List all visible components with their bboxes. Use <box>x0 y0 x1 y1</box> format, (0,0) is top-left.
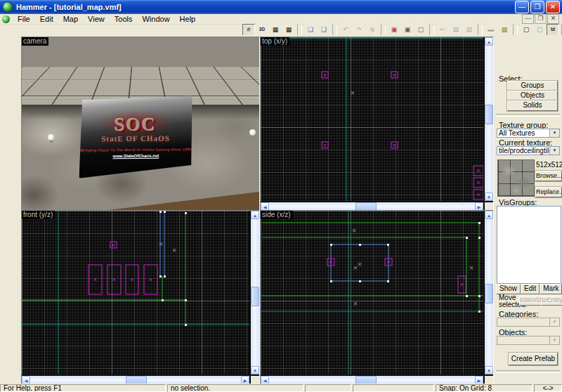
title-bar: Hammer - [tutorial_map.vmf] ― ❐ ✕ <box>0 0 562 14</box>
camera-3d-scene[interactable]: SOC StatE OF CHaOS Bringing Chaos To The… <box>22 37 259 211</box>
objects-button[interactable]: Objects <box>507 91 558 101</box>
browse-button[interactable]: Browse... <box>535 171 562 181</box>
svg-text:×: × <box>460 281 464 288</box>
side-grid-canvas[interactable]: ×××××××× <box>261 211 483 374</box>
svg-text:×: × <box>393 142 396 149</box>
scroll-up-icon[interactable]: ▲ <box>485 37 493 46</box>
top-vertical-scrollbar[interactable]: ▲ ▼ <box>485 37 493 201</box>
minimize-button[interactable]: ― <box>515 1 529 13</box>
copy-button[interactable]: ▤ <box>450 24 462 36</box>
chevron-down-icon[interactable]: ▼ <box>549 129 559 137</box>
main-toolbar: #3D▦▦❏❏↶↷ig▣▣▢✂▤▥▬▨▢▢td◆◆DDDWDR≫◉ <box>242 24 562 36</box>
cut-button[interactable]: ✂ <box>436 24 449 36</box>
toolbar-separator <box>332 25 337 35</box>
current-texture-value: tile/prodceilingtilea <box>499 147 556 155</box>
banner-tagline-text: Bringing Chaos To The World Of Online Ga… <box>80 147 191 152</box>
status-help-text: For Help, press F1 <box>0 384 166 392</box>
ungroup-button[interactable]: ▢ <box>414 24 427 36</box>
scroll-down-icon[interactable]: ▼ <box>485 366 493 374</box>
side-vertical-scrollbar[interactable]: ▲ ▼ <box>485 211 493 374</box>
menu-item-edit[interactable]: Edit <box>35 15 58 23</box>
larger-grid-button[interactable]: ▦ <box>282 24 295 36</box>
scrollbar-thumb[interactable] <box>251 287 259 306</box>
front-vertical-scrollbar[interactable]: ▲ ▼ <box>251 211 259 374</box>
hide-selected-button[interactable]: ▬ <box>485 24 497 36</box>
menu-item-map[interactable]: Map <box>58 15 83 23</box>
viewport-side[interactable]: ×××××××× side (x/z) ▲ ▼ ◀ ▶ <box>260 210 494 385</box>
solids-button[interactable]: Solids <box>507 100 558 111</box>
redo-button[interactable]: ↷ <box>353 24 365 36</box>
banner-logo-text: SOC <box>115 116 157 133</box>
chevron-down-icon[interactable]: ▼ <box>549 147 559 155</box>
undo-button[interactable]: ↶ <box>339 24 352 36</box>
save-window-state-button[interactable]: ❏ <box>318 24 330 36</box>
window-title: Hammer - [tutorial_map.vmf] <box>16 3 515 11</box>
to-entity-button[interactable]: toEntity <box>541 296 562 306</box>
top-grid-canvas[interactable]: ×××××××× <box>261 37 483 201</box>
viewport-label-side: side (x/z) <box>261 211 293 219</box>
smaller-grid-button[interactable]: ▦ <box>269 24 282 36</box>
front-grid-canvas[interactable]: ××××××× <box>22 211 249 374</box>
status-bar: For Help, press F1 no selection. Snap: O… <box>0 384 562 392</box>
group-button[interactable]: ▣ <box>401 24 414 36</box>
toggle-select-bounds-button[interactable]: ▢ <box>520 24 532 36</box>
menu-item-window[interactable]: Window <box>137 15 174 23</box>
soc-banner-brush[interactable]: SOC StatE OF CHaOS Bringing Chaos To The… <box>79 96 193 178</box>
edit-button[interactable]: Edit <box>521 284 540 294</box>
viewport-front[interactable]: ××××××× front (y/z) ▲ ▼ ◀ ▶ <box>21 210 260 385</box>
status-empty-panel <box>305 384 351 392</box>
objects-dropdown[interactable]: ▼ <box>497 336 560 345</box>
show-button[interactable]: Show <box>496 284 521 294</box>
scroll-down-icon[interactable]: ▼ <box>485 192 493 201</box>
light-entity[interactable] <box>48 134 54 143</box>
svg-text:×: × <box>93 276 97 283</box>
toggle-cordon-button[interactable]: ▨ <box>498 24 511 36</box>
scrollbar-thumb[interactable] <box>485 105 493 124</box>
toolbar-separator <box>429 25 434 35</box>
replace-button[interactable]: Replace... <box>535 187 562 197</box>
banner-url-text: www.StateOfChaos.net <box>113 153 159 158</box>
svg-text:×: × <box>130 276 133 283</box>
child-minimize-button[interactable]: ― <box>522 14 534 24</box>
menu-item-view[interactable]: View <box>83 15 110 23</box>
restore-button[interactable]: ❐ <box>530 1 544 13</box>
create-prefab-button[interactable]: Create Prefab <box>509 353 558 365</box>
texture-group-dropdown[interactable]: All Textures ▼ <box>497 129 560 138</box>
toggle-grid-button[interactable]: # <box>242 24 255 36</box>
current-texture-dropdown[interactable]: tile/prodceilingtilea ▼ <box>497 146 560 155</box>
viewport-label-top: top (x/y) <box>261 37 289 46</box>
menu-item-help[interactable]: Help <box>175 15 201 23</box>
menu-item-file[interactable]: File <box>13 15 35 23</box>
workspace: SOC StatE OF CHaOS Bringing Chaos To The… <box>0 35 562 384</box>
scroll-down-icon[interactable]: ▼ <box>251 366 259 374</box>
svg-text:×: × <box>112 276 116 283</box>
scroll-up-icon[interactable]: ▲ <box>485 211 493 219</box>
viewport-top[interactable]: ×××××××× top (x/y) ▲ ▼ ◀ ▶ <box>260 37 494 211</box>
child-restore-button[interactable]: ❐ <box>535 14 547 24</box>
light-entity[interactable] <box>249 129 256 138</box>
categories-dropdown[interactable]: ▼ <box>497 318 560 327</box>
close-button[interactable]: ✕ <box>546 1 560 13</box>
child-close-button[interactable]: ✕ <box>547 14 559 24</box>
paste-button[interactable]: ▥ <box>463 24 476 36</box>
object-bar: Select: Groups Objects Solids Texture gr… <box>494 35 562 384</box>
to-world-button[interactable]: toWorld <box>519 296 542 306</box>
toolbar-separator <box>297 25 302 35</box>
toggle-3d-grid-button[interactable]: 3D <box>256 24 268 36</box>
visgroups-list[interactable] <box>497 206 561 284</box>
scroll-up-icon[interactable]: ▲ <box>251 211 259 219</box>
zoom-to-selection-button[interactable]: ▢ <box>533 24 546 36</box>
toggle-group-ignore-button[interactable]: ig <box>366 24 379 36</box>
viewport-camera[interactable]: SOC StatE OF CHaOS Bringing Chaos To The… <box>21 37 260 211</box>
mark-button[interactable]: Mark <box>540 284 562 294</box>
status-resize-grip[interactable]: <-> <box>534 384 562 392</box>
menu-item-tools[interactable]: Tools <box>110 15 138 23</box>
svg-text:×: × <box>159 240 163 248</box>
svg-text:×: × <box>351 89 355 97</box>
texture-lock-button[interactable]: td <box>547 24 559 36</box>
load-window-state-button[interactable]: ❏ <box>304 24 317 36</box>
carve-button[interactable]: ▣ <box>388 24 400 36</box>
groups-button[interactable]: Groups <box>507 81 558 91</box>
scrollbar-thumb[interactable] <box>485 284 493 303</box>
toolbar-separator <box>381 25 386 35</box>
